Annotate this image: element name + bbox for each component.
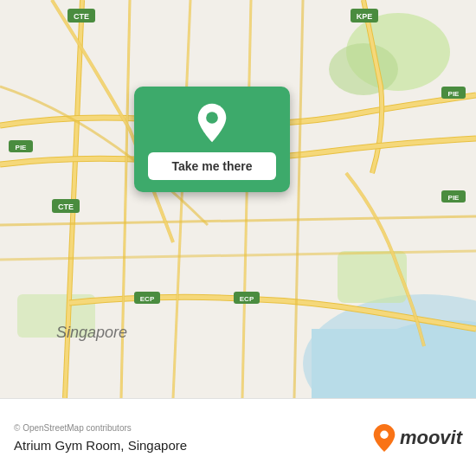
location-pin-icon [191, 102, 233, 144]
location-name: Atrium Gym Room, Singapore [14, 438, 187, 453]
svg-point-35 [206, 112, 218, 124]
svg-line-14 [242, 0, 251, 398]
location-card: Take me there [134, 87, 290, 192]
svg-text:KPE: KPE [357, 12, 373, 21]
svg-line-15 [294, 0, 303, 398]
svg-text:ECP: ECP [240, 295, 254, 303]
map-svg: CTE KPE PIE PIE CTE ECP ECP Singapore PI… [0, 0, 476, 398]
svg-text:CTE: CTE [74, 12, 89, 21]
bottom-bar: © OpenStreetMap contributors Atrium Gym … [0, 398, 476, 476]
svg-point-36 [380, 430, 388, 438]
svg-text:PIE: PIE [448, 90, 460, 98]
svg-text:PIE: PIE [448, 194, 460, 202]
svg-text:CTE: CTE [58, 203, 74, 211]
map-container: CTE KPE PIE PIE CTE ECP ECP Singapore PI… [0, 0, 476, 398]
moovit-logo-pin-icon [372, 423, 396, 453]
svg-text:Singapore: Singapore [56, 324, 127, 341]
svg-text:ECP: ECP [140, 295, 155, 303]
svg-point-4 [329, 43, 398, 95]
svg-text:PIE: PIE [16, 144, 28, 151]
svg-rect-2 [312, 329, 476, 398]
take-me-there-button[interactable]: Take me there [148, 152, 276, 180]
copyright-text: © OpenStreetMap contributors [14, 423, 187, 433]
moovit-logo: moovit [372, 423, 462, 453]
bottom-left: © OpenStreetMap contributors Atrium Gym … [14, 423, 187, 453]
moovit-brand-text: moovit [400, 427, 462, 449]
